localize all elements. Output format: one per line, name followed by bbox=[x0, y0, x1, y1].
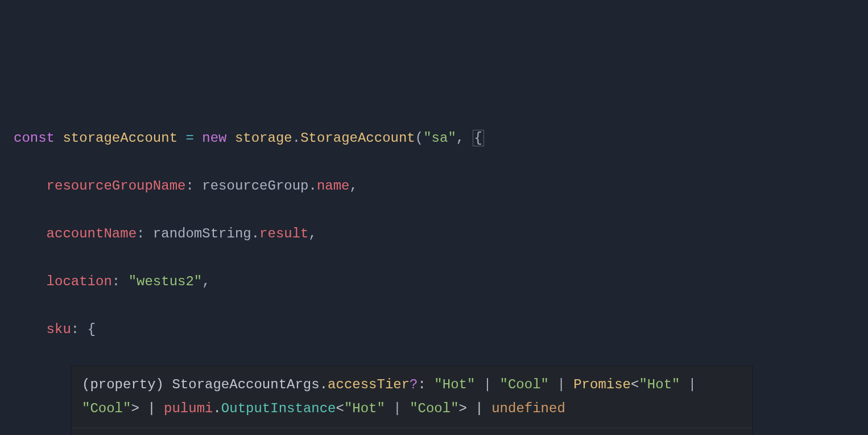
hover-tooltip: (property) StorageAccountArgs.accessTier… bbox=[71, 366, 753, 435]
operator-eq: = bbox=[185, 130, 193, 146]
prop-accountName: accountName bbox=[47, 226, 137, 241]
string-location: "westus2" bbox=[129, 274, 202, 289]
namespace: storage bbox=[235, 130, 292, 146]
keyword-new: new bbox=[202, 130, 226, 146]
prop-sku: sku bbox=[47, 322, 71, 337]
code-line-1[interactable]: const storageAccount = new storage.Stora… bbox=[14, 126, 868, 150]
prop-location: location bbox=[47, 274, 112, 289]
prop-resourceGroupName: resourceGroupName bbox=[47, 178, 186, 194]
expr-member: result bbox=[259, 226, 308, 241]
code-line-3[interactable]: accountName: randomString.result, bbox=[14, 222, 868, 246]
expr-obj: randomString bbox=[153, 226, 251, 241]
code-line-5[interactable]: sku: { bbox=[14, 318, 868, 342]
var-name: storageAccount bbox=[63, 130, 177, 146]
brace-open-highlight: { bbox=[473, 130, 484, 146]
hover-signature: (property) StorageAccountArgs.accessTier… bbox=[72, 366, 752, 428]
code-line-2[interactable]: resourceGroupName: resourceGroup.name, bbox=[14, 174, 868, 198]
expr-obj: resourceGroup bbox=[202, 178, 308, 194]
expr-member: name bbox=[317, 178, 350, 194]
hover-doc: Required for storage accounts where kind… bbox=[72, 428, 752, 435]
keyword-const: const bbox=[14, 130, 55, 146]
string-arg: "sa" bbox=[423, 130, 456, 146]
code-editor[interactable]: const storageAccount = new storage.Stora… bbox=[0, 96, 868, 435]
class-name: StorageAccount bbox=[300, 130, 415, 146]
code-line-4[interactable]: location: "westus2", bbox=[14, 270, 868, 294]
